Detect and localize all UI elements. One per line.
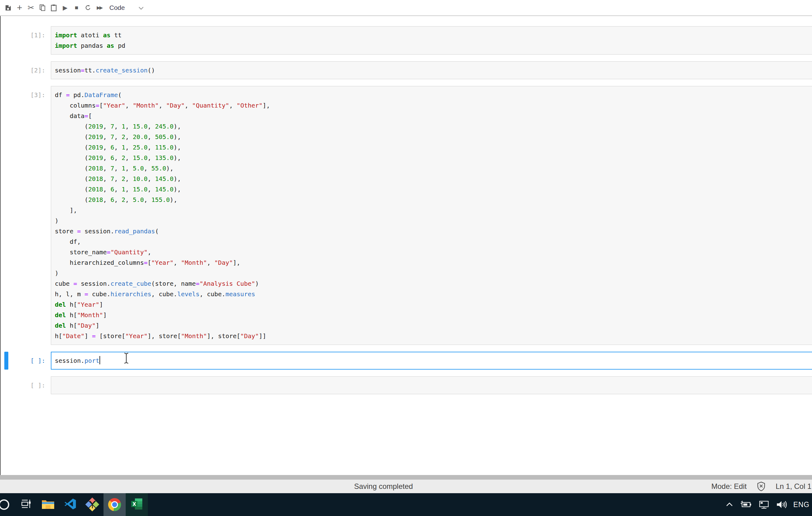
language-indicator[interactable]: ENG (793, 500, 810, 509)
code-token: 5.0 (133, 196, 144, 203)
code-token: h[ (55, 332, 62, 340)
cell-code-editor[interactable]: df = pd.DataFrame( columns=["Year", "Mon… (51, 86, 812, 345)
cursor-position-indicator[interactable]: Ln 1, Col 1 (776, 482, 811, 491)
shield-x-icon[interactable] (757, 482, 766, 491)
cut-cells-button[interactable]: ✂ (25, 1, 37, 15)
restart-kernel-button[interactable] (82, 1, 94, 15)
code-line: (2019, 6, 2, 15.0, 135.0), (55, 153, 812, 163)
excel-icon: X (130, 498, 144, 511)
code-token: , (103, 165, 111, 172)
horizontal-scrollbar[interactable] (0, 475, 812, 480)
code-token: , cube. (200, 290, 226, 298)
network-icon[interactable] (758, 500, 770, 509)
code-token: tt (111, 31, 122, 39)
cell-type-dropdown[interactable]: Code (109, 2, 144, 13)
cortana-icon (0, 499, 9, 510)
code-token: , (125, 165, 133, 172)
notebook-area: [1]:import atoti as ttimport pandas as p… (1, 17, 812, 475)
insert-cell-below-button[interactable]: + (14, 1, 25, 15)
plus-icon: + (17, 3, 23, 12)
tray-chevron-up-icon[interactable] (725, 502, 733, 507)
code-line: session=tt.create_session() (55, 65, 812, 76)
code-token: ( (55, 165, 88, 172)
code-token: 2018 (88, 175, 103, 183)
code-token: , (158, 102, 166, 109)
diamond-app-icon (86, 498, 99, 511)
code-token: ), (173, 144, 181, 151)
code-line: (2019, 7, 1, 15.0, 245.0), (55, 121, 812, 132)
taskbar-chrome-button[interactable] (104, 493, 126, 516)
code-token: 15.0 (133, 154, 148, 162)
code-token: session. (81, 227, 114, 235)
code-token: , (103, 186, 111, 193)
cell-code-editor[interactable] (51, 376, 812, 394)
code-token: , (148, 154, 155, 162)
code-token: 2018 (88, 186, 103, 193)
notebook-mode-indicator[interactable]: Mode: Edit (711, 482, 747, 491)
code-token: 55.0 (151, 165, 166, 172)
code-token: 2 (122, 154, 125, 162)
code-token: import (55, 31, 77, 39)
taskbar-diamond-app-button[interactable] (81, 493, 104, 516)
code-token: , (125, 102, 133, 109)
code-token: = (95, 102, 99, 109)
code-token: 7 (111, 175, 114, 183)
taskbar-task-view-button[interactable] (15, 493, 37, 516)
code-token: ], (233, 259, 240, 266)
code-token: ), (173, 186, 181, 193)
code-token: , (114, 165, 122, 172)
code-line: columns=["Year", "Month", "Day", "Quanti… (55, 100, 812, 111)
copy-cells-button[interactable] (37, 1, 48, 15)
code-line: (2019, 7, 2, 20.0, 505.0), (55, 132, 812, 142)
stop-icon: ■ (75, 4, 78, 11)
taskbar-cortana-button[interactable] (0, 493, 15, 516)
code-token: = (77, 227, 81, 235)
code-token: "Quantity" (111, 248, 148, 256)
code-token: , (103, 175, 111, 183)
active-cell-collapser[interactable] (4, 352, 8, 370)
code-token: , (125, 154, 133, 162)
code-token: ), (166, 165, 173, 172)
cell-code-editor[interactable]: session=tt.create_session() (51, 61, 812, 79)
restart-run-all-button[interactable]: ▶▶ (94, 1, 105, 15)
code-token: , (148, 175, 155, 183)
paste-cells-button[interactable] (48, 1, 59, 15)
code-token: , (148, 123, 155, 130)
code-token: tt. (84, 66, 95, 74)
taskbar-excel-button[interactable]: X (126, 493, 148, 516)
taskbar-file-explorer-button[interactable] (37, 493, 59, 516)
code-token: ]] (259, 332, 266, 340)
code-token: = (107, 248, 111, 256)
code-token: 6 (111, 144, 114, 151)
file-explorer-icon (41, 498, 55, 511)
save-button[interactable] (2, 1, 14, 15)
volume-icon[interactable] (776, 500, 787, 509)
chrome-icon (108, 498, 121, 511)
code-token: "Day" (214, 259, 233, 266)
code-token: , (114, 175, 122, 183)
taskbar-vscode-button[interactable] (59, 493, 81, 516)
run-cell-button[interactable]: ▶ (59, 1, 71, 15)
code-line: del h["Month"] (55, 310, 812, 320)
cell-type-value: Code (109, 4, 125, 11)
cell-code-editor[interactable]: import atoti as ttimport pandas as pd (51, 26, 812, 55)
notebook-cell: [2]:session=tt.create_session() (1, 61, 812, 79)
interrupt-kernel-button[interactable]: ■ (71, 1, 82, 15)
notebook-cell: [ ]: (1, 376, 812, 394)
code-token: create_session (95, 66, 148, 74)
code-token: , (125, 133, 133, 141)
code-token: , (144, 196, 151, 203)
code-line: ) (55, 268, 812, 278)
code-token: 245.0 (155, 123, 173, 130)
code-token: h[ (66, 322, 77, 329)
battery-charging-icon[interactable] (740, 500, 752, 509)
cell-code-editor[interactable]: session.port (51, 352, 812, 370)
code-token: ) (55, 269, 59, 277)
code-token: , (148, 133, 155, 141)
code-token: 135.0 (155, 154, 173, 162)
code-token: data (55, 112, 84, 119)
code-token: atoti (77, 31, 103, 39)
code-token: "Day" (240, 332, 259, 340)
code-token: del (55, 301, 66, 308)
code-token: = (92, 332, 95, 340)
